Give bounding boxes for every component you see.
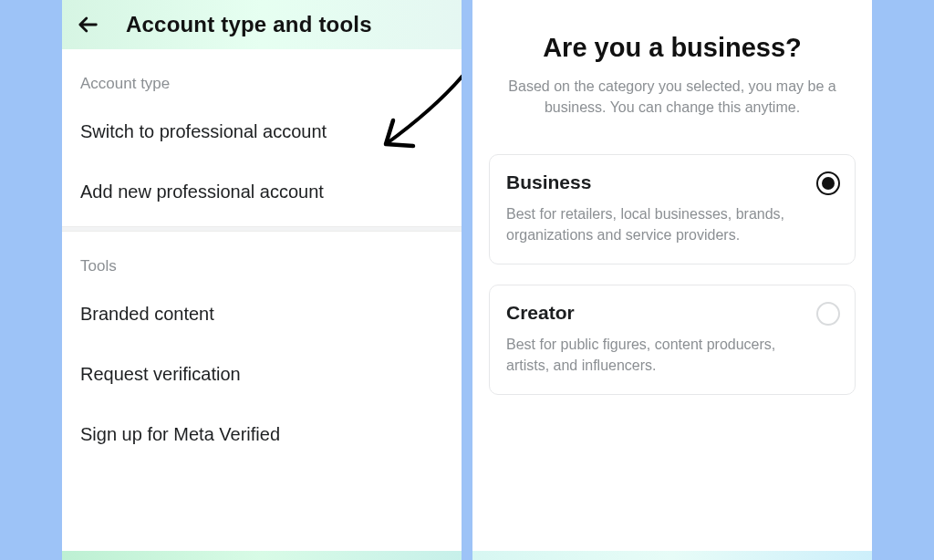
item-request-verification[interactable]: Request verification — [62, 348, 462, 399]
option-creator-desc: Best for public figures, content produce… — [506, 335, 838, 376]
radio-unselected-icon[interactable] — [816, 302, 840, 326]
item-add-professional[interactable]: Add new professional account — [62, 166, 462, 217]
decorative-bottom-bar — [472, 551, 872, 560]
page-title: Account type and tools — [126, 12, 372, 37]
subheading: Based on the category you selected, you … — [496, 76, 848, 118]
section-label-tools: Tools — [62, 232, 462, 288]
item-meta-verified[interactable]: Sign up for Meta Verified — [62, 409, 462, 460]
option-business[interactable]: Business Best for retailers, local busin… — [489, 154, 856, 264]
option-business-desc: Best for retailers, local businesses, br… — [506, 204, 838, 245]
decorative-bottom-bar — [62, 551, 462, 560]
option-business-title: Business — [506, 171, 838, 193]
back-arrow-icon[interactable] — [75, 12, 100, 37]
item-branded-content[interactable]: Branded content — [62, 288, 462, 339]
option-creator-title: Creator — [506, 302, 838, 324]
heading: Are you a business? — [489, 33, 856, 63]
topbar: Account type and tools — [62, 0, 462, 49]
business-question-panel: Are you a business? Based on the categor… — [472, 0, 872, 560]
section-label-account-type: Account type — [62, 49, 462, 106]
option-creator[interactable]: Creator Best for public figures, content… — [489, 285, 856, 395]
account-type-panel: Account type and tools Account type Swit… — [62, 0, 462, 560]
item-switch-professional[interactable]: Switch to professional account — [62, 106, 462, 157]
